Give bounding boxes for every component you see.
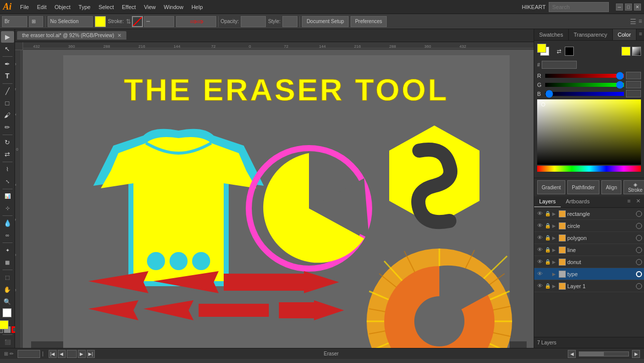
line-tool[interactable]: ╱ [1, 85, 14, 97]
b-slider[interactable] [545, 92, 624, 96]
stroke-swatch[interactable] [132, 16, 143, 27]
fg-swatch[interactable] [537, 44, 546, 53]
change-screen-mode-btn[interactable]: ⬛ [1, 336, 14, 348]
artboard-tool[interactable]: ⬚ [1, 272, 14, 283]
layer-row-rectangle[interactable]: 👁 🔒 ▶ rectangle [534, 208, 644, 220]
next-page-btn[interactable]: ▶ [78, 350, 86, 358]
gradient-icon[interactable] [632, 47, 641, 56]
symbol-tool[interactable]: ✦ [1, 245, 14, 256]
column-graph-tool[interactable]: ▦ [1, 257, 14, 268]
stroke-arrows[interactable]: ⇅ [126, 18, 131, 25]
layer-target-type[interactable] [636, 271, 642, 277]
r-value[interactable]: 255 [626, 72, 641, 79]
align-button[interactable]: Align [601, 180, 621, 194]
layer-expand-layer1[interactable]: ▶ [552, 284, 557, 289]
menu-select[interactable]: Select [95, 3, 117, 11]
page-input[interactable]: 1 [67, 350, 77, 358]
fg-color-swatch[interactable] [0, 320, 9, 329]
mesh-tool[interactable]: ⊹ [1, 202, 14, 214]
layer-row-donut[interactable]: 👁 🔒 ▶ donut [534, 256, 644, 268]
workspace-button[interactable]: ⊞ [29, 16, 43, 27]
layer-target-donut[interactable] [636, 259, 642, 265]
color-gradient-picker[interactable] [537, 99, 641, 175]
bg-color-swatch[interactable] [3, 308, 12, 317]
layers-close-icon[interactable]: ✕ [634, 198, 642, 206]
style-dropdown[interactable] [282, 16, 297, 27]
status-icon-1[interactable]: ⊞ [4, 351, 8, 356]
status-icon-2[interactable]: ✏ [10, 351, 14, 356]
type-tool[interactable]: T [1, 70, 14, 82]
b-value[interactable]: 0 [626, 90, 641, 97]
layer-visibility-layer1[interactable]: 👁 [536, 283, 543, 290]
menu-object[interactable]: Object [51, 3, 74, 11]
layer-expand-polygon[interactable]: ▶ [552, 235, 557, 240]
graph-tool[interactable]: 📊 [1, 190, 14, 202]
doc-setup-button[interactable]: Document Setup [302, 16, 349, 27]
layer-expand-rectangle[interactable]: ▶ [552, 211, 557, 216]
options-icon[interactable]: ≡ [638, 18, 642, 26]
menu-view[interactable]: View [140, 3, 159, 11]
layer-row-type[interactable]: 👁 🔒 ▶ type [534, 268, 644, 280]
gradient-field[interactable] [537, 99, 641, 165]
opacity-input[interactable]: 100% [241, 16, 266, 27]
layer-row-layer1[interactable]: 👁 🔒 ▶ Layer 1 [534, 280, 644, 292]
layer-lock-rectangle[interactable]: 🔒 [545, 211, 551, 217]
fill-color-swatch[interactable] [95, 16, 106, 27]
layers-tab[interactable]: Layers [534, 196, 561, 207]
artboards-tab[interactable]: Artboards [561, 196, 595, 207]
layer-row-polygon[interactable]: 👁 🔒 ▶ polygon [534, 232, 644, 244]
layer-visibility-polygon[interactable]: 👁 [536, 234, 543, 241]
warp-tool[interactable]: ⌇ [1, 164, 14, 175]
default-colors-btn[interactable] [565, 47, 574, 56]
blend-tool[interactable]: ∞ [1, 229, 14, 241]
g-slider[interactable] [545, 83, 624, 87]
scale-tool[interactable]: ⤡ [1, 176, 14, 187]
menu-edit[interactable]: Edit [34, 3, 50, 11]
rotate-tool[interactable]: ↻ [1, 137, 14, 148]
swap-icon[interactable]: ⇄ [557, 48, 561, 55]
layer-lock-line[interactable]: 🔒 [545, 247, 551, 253]
rect-tool[interactable]: □ [1, 97, 14, 109]
minimize-button[interactable]: ─ [616, 4, 623, 11]
layer-lock-circle[interactable]: 🔒 [545, 223, 551, 229]
menu-window[interactable]: Window [160, 3, 187, 11]
tab-swatches[interactable]: Swatches [534, 29, 569, 40]
layer-target-polygon[interactable] [636, 235, 642, 241]
direct-selection-tool[interactable]: ↖ [1, 43, 14, 55]
reflect-tool[interactable]: ⇄ [1, 149, 14, 160]
layer-expand-line[interactable]: ▶ [552, 248, 557, 253]
layer-visibility-circle[interactable]: 👁 [536, 222, 543, 229]
zoom-input[interactable]: 92% [18, 350, 40, 358]
stroke-button[interactable]: ◈ Stroke [623, 180, 644, 194]
layer-visibility-rectangle[interactable]: 👁 [536, 210, 543, 217]
menu-help[interactable]: Help [188, 3, 207, 11]
pathfinder-button[interactable]: Pathfinder [567, 180, 599, 194]
r-slider[interactable] [545, 74, 624, 78]
layer-target-rectangle[interactable] [636, 211, 642, 217]
first-page-btn[interactable]: |◀ [49, 350, 57, 358]
layer-row-line[interactable]: 👁 🔒 ▶ line [534, 244, 644, 256]
status-nav-left[interactable]: ◀ [568, 350, 576, 358]
pencil-tool[interactable]: ✏ [1, 122, 14, 133]
layer-row-circle[interactable]: 👁 🔒 ▶ circle [534, 220, 644, 232]
paintbrush-tool[interactable]: 🖌 [1, 109, 14, 121]
menu-effect[interactable]: Effect [118, 3, 139, 11]
layer-visibility-type[interactable]: 👁 [536, 271, 543, 278]
preferences-button[interactable]: Preferences [351, 16, 387, 27]
restore-button[interactable]: □ [625, 4, 632, 11]
layer-expand-type[interactable]: ▶ [552, 272, 557, 277]
gradient-button[interactable]: Gradient [537, 180, 565, 194]
document-tab[interactable]: the eraser tool.ai* @ 92% (RGB/Preview) … [17, 31, 126, 40]
g-value[interactable]: 255 [626, 81, 641, 88]
layer-lock-donut[interactable]: 🔒 [545, 259, 551, 265]
arrow-style-dropdown[interactable]: ⇒⇒ [176, 16, 216, 27]
search-input[interactable] [549, 2, 609, 12]
hue-strip[interactable] [537, 166, 641, 172]
layer-target-circle[interactable] [636, 223, 642, 229]
stroke-size-dropdown[interactable]: ─ [144, 16, 174, 27]
menu-file[interactable]: File [17, 3, 33, 11]
layer-target-line[interactable] [636, 247, 642, 253]
close-button[interactable]: ✕ [634, 4, 641, 11]
layer-expand-donut[interactable]: ▶ [552, 260, 557, 265]
last-page-btn[interactable]: ▶| [87, 350, 95, 358]
